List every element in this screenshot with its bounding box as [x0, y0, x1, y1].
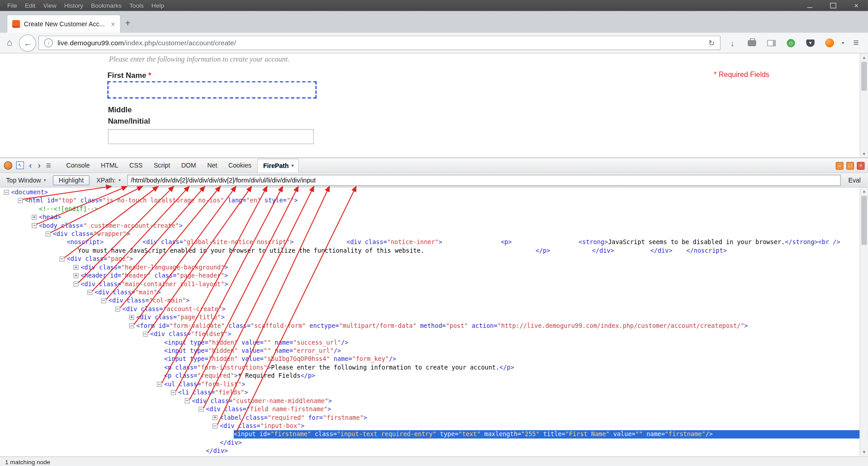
menu-edit[interactable]: Edit [21, 0, 39, 11]
tree-node[interactable]: <p class="required">* Required Fields</p… [0, 372, 868, 380]
firebug-tab-html[interactable]: HTML [95, 159, 124, 171]
firebug-icon[interactable] [4, 161, 12, 169]
tree-node[interactable]: <noscript><div class="global-site-notice… [0, 238, 868, 246]
tree-node[interactable]: −<div class="col-main"> [0, 297, 868, 305]
close-button[interactable]: × [844, 0, 868, 11]
download-icon[interactable]: ↓ [725, 38, 740, 48]
firebug-tab-css[interactable]: CSS [124, 159, 149, 171]
maximize-button[interactable] [821, 0, 845, 11]
page-scrollbar[interactable]: ▲ ▼ [859, 53, 868, 158]
highlight-button[interactable]: Highlight [53, 175, 90, 185]
new-tab-button[interactable]: + [121, 19, 135, 33]
scroll-up-icon[interactable]: ▲ [860, 187, 868, 195]
collapse-icon[interactable]: − [46, 231, 51, 236]
collapse-icon[interactable]: − [4, 190, 9, 195]
tree-node[interactable]: −<document> [0, 188, 868, 196]
tree-node[interactable]: +<label class="required" for="firstname"… [0, 413, 868, 422]
tab-close-icon[interactable]: × [111, 20, 115, 28]
tree-node[interactable]: −<ul class="form-list"> [0, 380, 868, 388]
minimize-button[interactable] [798, 0, 821, 11]
firebug-tab-dom[interactable]: DOM [176, 159, 202, 171]
tree-scrollbar-thumb[interactable] [861, 196, 867, 245]
tree-node[interactable]: <input type="hidden" value="" name="succ… [0, 338, 868, 346]
history-back-icon[interactable]: ‹ [28, 161, 33, 169]
tree-node[interactable]: −<div class="main-container col1-layout"… [0, 280, 868, 288]
scroll-down-icon[interactable]: ▼ [860, 448, 868, 456]
firebug-tab-script[interactable]: Script [148, 159, 176, 171]
tree-node[interactable]: +<head> [0, 213, 868, 221]
firebug-minimize-icon[interactable]: – [836, 162, 844, 170]
collapse-icon[interactable]: − [115, 307, 120, 312]
home-icon[interactable]: ⌂ [5, 37, 14, 48]
firebug-tab-console[interactable]: Console [61, 159, 95, 171]
tree-node[interactable]: <!--<![endif]--> [0, 205, 868, 213]
menu-help[interactable]: Help [148, 0, 168, 11]
tree-node[interactable]: −<div class="main"> [0, 288, 868, 297]
menu-tools[interactable]: Tools [125, 0, 148, 11]
menu-history[interactable]: History [60, 0, 87, 11]
tree-node[interactable]: <input type="hidden" value="" name="erro… [0, 347, 868, 355]
collapse-icon[interactable]: − [18, 198, 23, 203]
xpath-input[interactable] [127, 174, 840, 186]
eval-button[interactable]: Eval [845, 176, 864, 185]
tree-scrollbar[interactable]: ▲ ▼ [859, 187, 868, 456]
collapse-icon[interactable]: − [199, 407, 204, 412]
firebug-tab-firepath-active[interactable]: FirePath▾ [257, 159, 299, 173]
collapse-icon[interactable]: − [143, 331, 148, 336]
collapse-icon[interactable]: − [32, 223, 37, 228]
expand-icon[interactable]: + [212, 415, 217, 420]
context-dropdown[interactable]: Top Window▾ [4, 176, 48, 185]
back-button[interactable]: ← [19, 34, 36, 52]
tree-node[interactable]: +<div class="header-language-background"… [0, 263, 868, 271]
collapse-icon[interactable]: − [87, 290, 92, 295]
panels-icon[interactable] [764, 40, 779, 46]
tree-node[interactable]: −<div class="customer-name-middlename"> [0, 397, 868, 405]
tree-node[interactable]: −<li class="fields"> [0, 389, 868, 397]
collapse-icon[interactable]: − [59, 256, 64, 261]
url-text[interactable]: live.demoguru99.com/index.php/customer/a… [58, 39, 236, 47]
collapse-icon[interactable]: − [157, 382, 162, 387]
page-scrollbar-thumb[interactable] [861, 62, 867, 91]
tree-node-selected[interactable]: <input id="firstname" class="input-text … [0, 430, 868, 438]
history-forward-icon[interactable]: › [37, 161, 42, 169]
tree-node[interactable]: −<div class="page"> [0, 255, 868, 263]
feedback-smiley-icon[interactable]: ☺ [783, 38, 798, 47]
xpath-mode-dropdown[interactable]: XPath:▾ [94, 176, 123, 185]
panel-list-icon[interactable]: ≣ [46, 161, 51, 169]
menu-icon[interactable]: ≡ [849, 37, 863, 48]
inspect-element-icon[interactable]: ↖ [16, 161, 24, 169]
tree-node[interactable]: </div> [0, 447, 868, 455]
tree-node[interactable]: <p class="form-instructions">Please ente… [0, 363, 868, 371]
tree-node[interactable]: −<div class="account-create"> [0, 305, 868, 313]
collapse-icon[interactable]: − [129, 323, 134, 328]
tree-node[interactable]: −<div class="field name-firstname"> [0, 405, 868, 413]
tree-node[interactable]: −<div class="wrapper"> [0, 230, 868, 238]
tree-node[interactable]: −<div class="input-box"> [0, 422, 868, 430]
firebug-detach-icon[interactable]: □ [846, 162, 854, 170]
tree-node[interactable]: +<header id="header" class="page-header"… [0, 272, 868, 280]
menu-bookmarks[interactable]: Bookmarks [87, 0, 125, 11]
tree-node[interactable]: −<html id="top" class="js no-touch local… [0, 197, 868, 205]
tree-node[interactable]: <input type="hidden" value="sbuIbg7GqOP0… [0, 355, 868, 363]
tree-node[interactable]: −<body class=" customer-account-create"> [0, 221, 868, 230]
collapse-icon[interactable]: − [212, 423, 217, 428]
expand-icon[interactable]: + [32, 215, 37, 220]
tree-node[interactable]: −<div class="fieldset"> [0, 330, 868, 338]
collapse-icon[interactable]: − [171, 390, 176, 395]
reload-icon[interactable]: ↻ [709, 38, 715, 48]
url-bar[interactable]: i live.demoguru99.com/index.php/customer… [38, 36, 720, 50]
collapse-icon[interactable]: − [185, 399, 190, 404]
first-name-input[interactable] [107, 81, 317, 98]
browser-tab[interactable]: Create New Customer Acc... × [7, 14, 121, 33]
firefox-account-icon[interactable] [822, 38, 837, 48]
firebug-close-icon[interactable]: × [857, 162, 864, 170]
tree-node[interactable]: +<div class="page-title"> [0, 313, 868, 322]
collapse-icon[interactable]: − [101, 298, 106, 303]
tree-node[interactable]: −<form id="form-validate" class="scaffol… [0, 322, 868, 330]
expand-icon[interactable]: + [129, 315, 134, 320]
site-info-icon[interactable]: i [44, 38, 53, 48]
dropdown-caret-icon[interactable]: ▾ [842, 40, 844, 45]
scroll-up-icon[interactable]: ▲ [860, 53, 868, 61]
toolbox-icon[interactable] [744, 40, 759, 46]
expand-icon[interactable]: + [73, 273, 78, 278]
